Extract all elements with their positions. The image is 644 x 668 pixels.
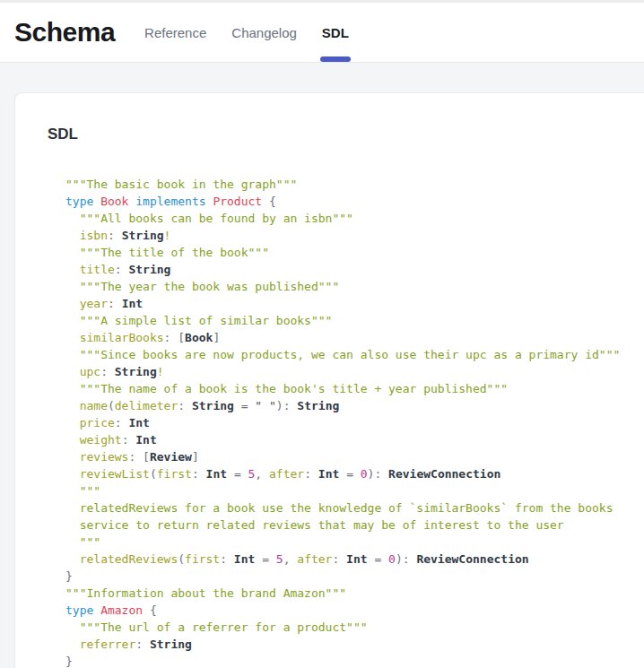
code-line: """Since books are now products, we can … <box>65 346 644 363</box>
code-line: type Amazon { <box>65 602 644 619</box>
code-line: similarBooks: [Book] <box>65 329 644 346</box>
tab-reference[interactable]: Reference <box>144 3 206 62</box>
tab-changelog-label: Changelog <box>231 25 297 40</box>
tab-sdl[interactable]: SDL <box>322 3 349 62</box>
code-line: """ <box>65 482 644 499</box>
code-line: name(delimeter: String = " "): String <box>65 397 644 414</box>
code-line: """All books can be found by an isbn""" <box>65 210 644 227</box>
code-line: type Book implements Product { <box>65 193 644 210</box>
tab-changelog[interactable]: Changelog <box>231 3 297 62</box>
code-line: """The year the book was published""" <box>65 278 644 295</box>
page-header: Schema Reference Changelog SDL <box>0 3 644 63</box>
sdl-code: """The basic book in the graph"""type Bo… <box>48 176 644 668</box>
code-line: price: Int <box>65 414 644 431</box>
code-line: """The name of a book is the book's titl… <box>65 380 644 397</box>
code-line: """Information about the brand Amazon""" <box>65 585 644 602</box>
code-line: """The basic book in the graph""" <box>65 176 644 193</box>
tab-reference-label: Reference <box>144 25 206 40</box>
page-title: Schema <box>14 17 115 48</box>
sdl-section-title: SDL <box>48 126 644 143</box>
code-line: reviews: [Review] <box>65 448 644 465</box>
code-line: relatedReviews for a book use the knowle… <box>65 499 644 516</box>
code-line: referrer: String <box>65 636 644 653</box>
code-line: title: String <box>65 261 644 278</box>
code-line: upc: String! <box>65 363 644 380</box>
code-line: } <box>65 653 644 668</box>
code-line: """The url of a referrer for a product""… <box>65 619 644 636</box>
sdl-card: SDL """The basic book in the graph"""typ… <box>14 92 644 668</box>
code-line: service to return related reviews that m… <box>65 516 644 534</box>
code-line: year: Int <box>65 295 644 312</box>
active-tab-indicator <box>320 56 351 62</box>
code-line: relatedReviews(first: Int = 5, after: In… <box>65 551 644 568</box>
code-line: reviewList(first: Int = 5, after: Int = … <box>65 465 644 482</box>
tab-bar: Reference Changelog SDL <box>144 3 349 62</box>
code-line: """The title of the book""" <box>65 244 644 261</box>
code-line: isbn: String! <box>65 227 644 244</box>
code-line: """A simple list of similar books""" <box>65 312 644 329</box>
tab-sdl-label: SDL <box>322 25 349 40</box>
code-line: } <box>65 568 644 585</box>
code-line: """ <box>65 534 644 551</box>
code-line: weight: Int <box>65 431 644 448</box>
